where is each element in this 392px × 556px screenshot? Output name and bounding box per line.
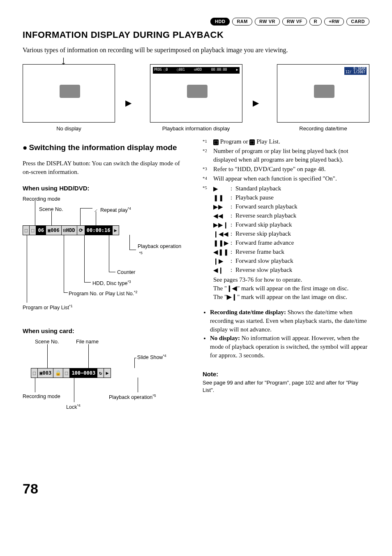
osd-bar-hdd: ⬚⬚06▣006⊟HDD⟳00:00:16▶ [23,225,119,235]
label-lock: Lock*4 [66,403,81,411]
label-program-or-playlist: Program or Play List*1 [23,303,73,312]
fast-forward-icon: ▶▶ [213,202,231,211]
page-title: INFORMATION DISPLAY DURING PLAYBACK [23,29,369,42]
badge-ram: RAM [232,18,252,25]
figure-box: 9:30AM12/ 1/2007 [277,64,369,123]
arrow-right-icon: ▶ [125,97,131,109]
label-playback-op: Playback operation*5 [109,393,156,401]
figure-no-display: No display [23,64,115,132]
footnote-4: *4Will appear when each function is spec… [203,174,369,183]
label-program-no: Program No. or Play List No.*2 [69,290,137,298]
diagram-hdd-dvd: Recording mode Scene No. ⟋Repeat play*4 … [23,196,189,319]
section-body: Press the DISPLAY button: You can switch… [23,159,189,176]
osd-sample: PROG ⬚0▢001⊟HDD00:00:00▶ [153,67,240,74]
diagram-card: Scene No. File name ┌Slide Show*4 ⬚▣003🔒… [23,338,189,417]
right-column: *1⬚ Program or ⬚ Play List. *2Number of … [203,137,369,422]
intro-text: Various types of information on recordin… [23,46,369,55]
footnote-2: *2Number of program or play list being p… [203,147,369,164]
left-column: ●Switching the information display mode … [23,137,189,422]
frame-back-icon: ◀❚❚ [213,248,231,256]
badge-rwvr: RW VR [255,18,280,25]
badge-rwvf: RW VF [282,18,307,25]
page-number: 78 [23,479,369,499]
badge-plusrw: +RW [324,18,344,25]
osd-bar-card: ⬚▣003🔒⬚100−0003↻▶ [31,368,111,378]
osd-datetime: 9:30AM12/ 1/2007 [344,67,367,75]
badge-hdd: HDD [210,18,230,25]
label-counter: Counter [117,269,135,276]
arrow-right-icon: ▶ [253,97,259,109]
label-file-name: File name [76,338,99,346]
last-mark-icon: ▶❙ [227,294,237,300]
skip-forward-icon: ▶▶❙ [213,220,231,229]
figure-datetime: 9:30AM12/ 1/2007 Recording date/time [277,64,369,132]
play-icon: ▶ [213,184,231,193]
figure-caption: Recording date/time [277,125,369,132]
playlist-icon: ⬚ [249,139,255,145]
subheading-card: When using card: [23,327,189,335]
list-item: No display: No information will appear. … [210,334,369,360]
sym-footer: See pages 73-76 for how to operate. The … [213,276,369,301]
footnote-5: *5 ▶:Standard playback ❚❚:Playback pause… [203,184,369,275]
label-recording-mode: Recording mode [23,393,60,401]
note-body: See page 99 and after for "Program", pag… [203,379,369,394]
bullet-list: Recording date/time display: Shows the d… [203,308,369,360]
figure-row: ↓ ▶ ▶ No display PROG ⬚0▢001⊟HDD00:00:00… [23,64,369,132]
note-heading: Note: [203,370,369,378]
badge-card: CARD [346,18,369,25]
label-recording-mode: Recording mode [23,196,60,203]
footnote-3: *3Refer to "HDD, DVD/Card type" on page … [203,165,369,174]
figure-caption: No display [23,125,115,132]
label-playback-op: Playback operation *5 [138,243,181,258]
slow-back-icon: ◀❙ [213,266,231,274]
figure-box [23,64,115,123]
slow-forward-icon: ❙▶ [213,257,231,265]
label-disc-type: HDD, Disc type*3 [92,279,131,287]
subheading-hdd-dvd: When using HDD/DVD: [23,184,189,192]
list-item: Recording date/time display: Shows the d… [210,308,369,334]
pause-icon: ❚❚ [213,193,231,202]
footnote-1: *1⬚ Program or ⬚ Play List. [203,137,369,146]
figure-caption: Playback information display [150,125,242,132]
rewind-icon: ◀◀ [213,211,231,220]
figure-playback-info: PROG ⬚0▢001⊟HDD00:00:00▶ Playback inform… [150,64,242,132]
first-mark-icon: ❙◀ [227,285,237,292]
program-icon: ⬚ [213,139,219,145]
figure-box: PROG ⬚0▢001⊟HDD00:00:00▶ [150,64,242,123]
format-badges: HDD RAM RW VR RW VF R +RW CARD [23,16,369,25]
label-slide-show: ┌Slide Show*4 [133,353,166,361]
label-repeat-play: ⟋Repeat play*4 [93,206,131,214]
frame-forward-icon: ❚❚▶ [213,239,231,247]
symbol-list: ▶:Standard playback ❚❚:Playback pause ▶▶… [213,184,369,275]
skip-back-icon: ❙◀◀ [213,229,231,238]
section-heading: ●Switching the information display mode [23,142,189,153]
badge-r: R [309,18,322,25]
